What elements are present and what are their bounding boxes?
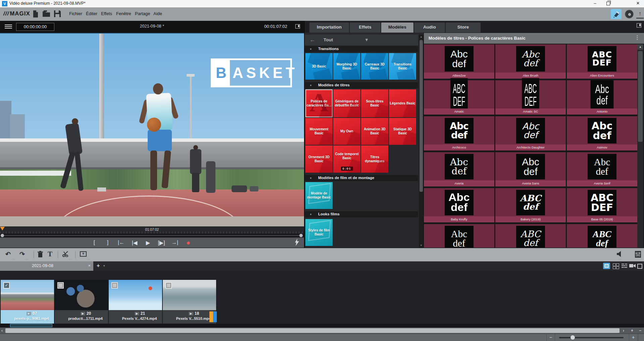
section-modeles-de-titres[interactable]: ▼ Modèles de titres bbox=[305, 82, 418, 88]
hscroll-thumb[interactable] bbox=[5, 328, 620, 333]
scrollbar-thumb[interactable] bbox=[638, 51, 643, 142]
play-badge-icon[interactable]: ▶ bbox=[27, 312, 31, 315]
menu-editer[interactable]: Éditer bbox=[86, 11, 97, 16]
view-timeline-button[interactable] bbox=[629, 263, 636, 269]
view-scene-overview-button[interactable] bbox=[612, 263, 619, 269]
redo-menu-dots[interactable]: ... bbox=[26, 257, 29, 260]
tile-mouvement[interactable]: Mouvement Basic bbox=[305, 118, 333, 145]
close-button[interactable]: ✕ bbox=[632, 0, 644, 7]
zoom-plus-button[interactable]: + bbox=[629, 334, 638, 341]
zoom-out-icon[interactable]: − bbox=[639, 328, 641, 333]
storyboard-scroll-thumb[interactable] bbox=[10, 324, 52, 327]
font-card-amatic[interactable]: ABCDEFAmatic bbox=[424, 80, 494, 115]
video-frame[interactable]: B ASKET bbox=[0, 34, 304, 226]
font-card-partial-3[interactable]: ABCdef bbox=[567, 224, 637, 248]
panel-dock-icon[interactable] bbox=[637, 23, 641, 28]
tile-legendes[interactable]: Légendes Basic bbox=[389, 89, 416, 117]
range-start-handle[interactable] bbox=[1, 234, 4, 237]
collapse-icon[interactable]: ▼ bbox=[309, 213, 312, 216]
add-tab-caret-icon[interactable]: ▾ bbox=[103, 264, 105, 267]
tile-modele-montage[interactable]: Modèle de montage Basic bbox=[305, 182, 333, 209]
view-mini-button[interactable] bbox=[637, 264, 642, 269]
font-card-averia[interactable]: AbcdefAveria bbox=[424, 152, 494, 186]
font-card-bakery[interactable]: ABCdefBakery (2019) bbox=[495, 188, 566, 222]
font-card-alien-encounters[interactable]: ABCDEFAlien Encounters bbox=[567, 44, 637, 79]
clip-checkbox[interactable] bbox=[57, 282, 64, 289]
play-badge-icon[interactable]: ▶ bbox=[135, 312, 139, 315]
collapse-icon[interactable]: ▼ bbox=[309, 177, 312, 180]
category-breadcrumb-bar[interactable]: ← Tout ▼ bbox=[305, 35, 418, 45]
chevron-down-icon[interactable]: ▼ bbox=[364, 37, 369, 42]
font-card-base-05[interactable]: ABCDEFBase 05 (2019) bbox=[567, 188, 637, 222]
collapse-icon[interactable]: ▼ bbox=[309, 84, 312, 87]
clip-checkbox[interactable] bbox=[111, 282, 118, 289]
zoom-minus-button[interactable]: − bbox=[546, 334, 555, 341]
scrollbar-thumb[interactable] bbox=[419, 40, 423, 192]
zoom-slider-handle[interactable] bbox=[571, 335, 575, 340]
view-storyboard-button[interactable] bbox=[603, 263, 610, 269]
storyboard-area[interactable]: ✓ ▶07 pexels-p...9081.mp4 ▶20 producti..… bbox=[0, 271, 644, 328]
cut-button[interactable] bbox=[62, 251, 69, 257]
tile-transitions-basic[interactable]: Transitions Basic bbox=[389, 53, 416, 80]
section-looks-films[interactable]: ▼ Looks films bbox=[305, 211, 418, 217]
play-badge-icon[interactable]: ▶ bbox=[189, 312, 193, 315]
export-button[interactable]: ↑ bbox=[636, 10, 644, 18]
mute-speaker-button[interactable] bbox=[617, 251, 624, 257]
undo-menu-dots[interactable]: ... bbox=[11, 257, 15, 260]
play-badge-icon[interactable]: ▶ bbox=[81, 312, 85, 315]
view-list-button[interactable] bbox=[621, 263, 628, 269]
menu-fenetre[interactable]: Fenêtre bbox=[116, 11, 131, 16]
scroll-left-icon[interactable]: ‹ bbox=[1, 328, 3, 333]
tab-importation[interactable]: Importation bbox=[309, 23, 349, 33]
transition-handle-end[interactable] bbox=[209, 311, 217, 322]
restore-button[interactable] bbox=[602, 0, 614, 7]
mark-in-button[interactable]: [ bbox=[90, 240, 99, 246]
tile-titres-dynamiques[interactable]: Titres dynamiques bbox=[361, 145, 388, 173]
burn-disc-button[interactable] bbox=[624, 9, 634, 19]
kebab-menu-icon[interactable]: ⋮ bbox=[635, 34, 640, 41]
clip-2[interactable]: ▶20 producti...1711.mp4 bbox=[55, 280, 108, 324]
project-tab[interactable]: 2021-09-08 × bbox=[0, 261, 93, 271]
jump-end-button[interactable]: →| bbox=[170, 240, 179, 246]
close-tab-icon[interactable]: × bbox=[88, 263, 91, 268]
tile-morphing-3d[interactable]: Morphing 3D Basic bbox=[333, 53, 360, 80]
fonts-scrollbar[interactable]: ▲ bbox=[637, 44, 643, 248]
catalog-scrollbar[interactable]: ▲ ▼ bbox=[419, 35, 424, 248]
clip-1[interactable]: ✓ ▶07 pexels-p...9081.mp4 bbox=[1, 280, 54, 324]
play-button[interactable]: ▶ bbox=[144, 240, 152, 246]
zoom-slider-track[interactable] bbox=[559, 337, 624, 338]
tile-statique-3d[interactable]: Statique 3D Basic bbox=[389, 118, 416, 145]
storyboard-scroll-track[interactable] bbox=[0, 324, 644, 327]
tab-effets[interactable]: Effets bbox=[350, 23, 381, 33]
tile-my-own[interactable]: My Own bbox=[333, 118, 360, 145]
jump-start-button[interactable]: |← bbox=[117, 240, 126, 246]
prev-frame-button[interactable]: |◀ bbox=[130, 240, 139, 246]
tile-code-temporel[interactable]: Code temporel Basic0:05 bbox=[333, 145, 360, 173]
font-card-asimov[interactable]: AbcdefAsimov bbox=[567, 116, 637, 151]
clip-checkbox[interactable]: ✓ bbox=[3, 282, 10, 289]
font-card-antonio[interactable]: AbcdefAntonio bbox=[567, 80, 637, 115]
scroll-up-icon[interactable]: ▲ bbox=[419, 35, 424, 38]
delete-button[interactable] bbox=[38, 251, 43, 258]
tile-carreaux-3d[interactable]: Carreaux 3D Basic bbox=[361, 53, 388, 80]
section-film-montage[interactable]: ▼ Modèles de film et de montage bbox=[305, 175, 418, 181]
tile-animation-3d[interactable]: Animation 3D Basic bbox=[361, 118, 388, 145]
zoom-in-icon[interactable]: + bbox=[631, 328, 633, 333]
tab-store[interactable]: Store bbox=[446, 23, 481, 33]
menu-fichier[interactable]: Fichier bbox=[69, 11, 82, 16]
tab-modeles[interactable]: Modèles bbox=[381, 23, 413, 33]
font-card-averia-sans[interactable]: AbcdefAveria Sans bbox=[495, 152, 566, 186]
redo-button[interactable]: ↷ bbox=[19, 250, 25, 258]
record-button[interactable]: ● bbox=[184, 239, 193, 247]
range-end-handle[interactable] bbox=[299, 234, 303, 237]
clip-3[interactable]: ▶21 Pexels V...4274.mp4 bbox=[109, 280, 162, 324]
tile-ornement-3d[interactable]: Ornement 3D Basic bbox=[305, 145, 333, 173]
mixer-button[interactable] bbox=[635, 251, 641, 258]
add-tab-button[interactable]: + bbox=[97, 263, 100, 269]
tile-3d-basic[interactable]: 3D Basic bbox=[305, 53, 333, 80]
preview-ruler[interactable]: 01:07:02 bbox=[0, 227, 304, 233]
insert-mode-button[interactable]: + bbox=[80, 251, 87, 257]
title-editor-button[interactable]: T bbox=[48, 250, 52, 258]
font-card-abeezee[interactable]: AbcdefABeeZee bbox=[424, 44, 494, 79]
scroll-up-icon[interactable]: ▲ bbox=[637, 44, 643, 50]
